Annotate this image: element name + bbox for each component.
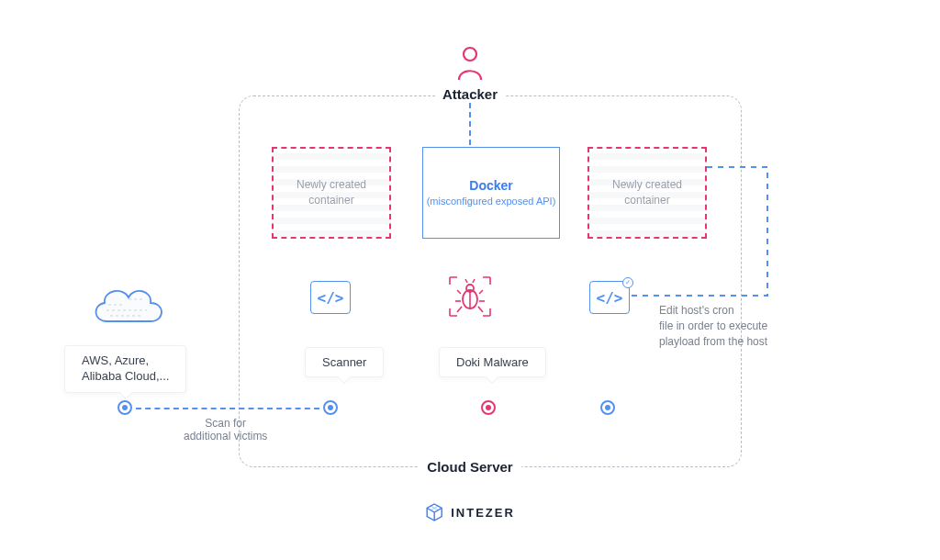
- doki-malware-label: Doki Malware: [439, 347, 546, 377]
- svg-line-5: [479, 290, 483, 294]
- container-left-label: Newly created container: [274, 177, 389, 208]
- attacker-icon: [456, 46, 484, 84]
- attacker-to-docker-connector: [469, 103, 471, 145]
- payload-code-icon: </> ✓: [589, 281, 630, 314]
- svg-line-11: [473, 279, 475, 283]
- svg-point-0: [464, 48, 476, 61]
- scan-description: Scan for additional victims: [184, 417, 267, 442]
- scanner-label: Scanner: [305, 347, 384, 377]
- svg-line-10: [465, 279, 467, 283]
- scanner-code-icon: </>: [310, 281, 351, 314]
- cloud-providers-label: AWS, Azure, Alibaba Cloud,...: [64, 345, 186, 393]
- container-right-label: Newly created container: [589, 177, 705, 208]
- svg-line-8: [457, 307, 462, 312]
- docker-subtitle: (misconfigured exposed API): [427, 195, 556, 207]
- brand-name: INTEZER: [451, 506, 515, 520]
- cloud-server-label: Cloud Server: [418, 459, 521, 475]
- doki-malware-bug-icon: [448, 275, 492, 321]
- docker-title: Docker: [469, 178, 512, 193]
- newly-created-container-left: Newly created container: [272, 147, 391, 239]
- target-node-cron: [600, 400, 615, 415]
- svg-line-4: [457, 290, 461, 294]
- scan-connector: [136, 408, 319, 409]
- cloud-icon: [86, 277, 169, 336]
- brand: INTEZER: [425, 503, 515, 521]
- clock-badge-icon: ✓: [622, 277, 633, 288]
- brand-cube-icon: [425, 503, 443, 521]
- svg-line-9: [478, 307, 483, 312]
- target-node-doki: [481, 400, 496, 415]
- target-node-scanner: [323, 400, 338, 415]
- attacker-label: Attacker: [435, 86, 505, 102]
- target-node-aws: [118, 400, 132, 415]
- newly-created-container-right: Newly created container: [588, 147, 707, 239]
- cron-description: Edit host's cron file in order to execut…: [659, 303, 806, 349]
- docker-box: Docker (misconfigured exposed API): [422, 147, 560, 239]
